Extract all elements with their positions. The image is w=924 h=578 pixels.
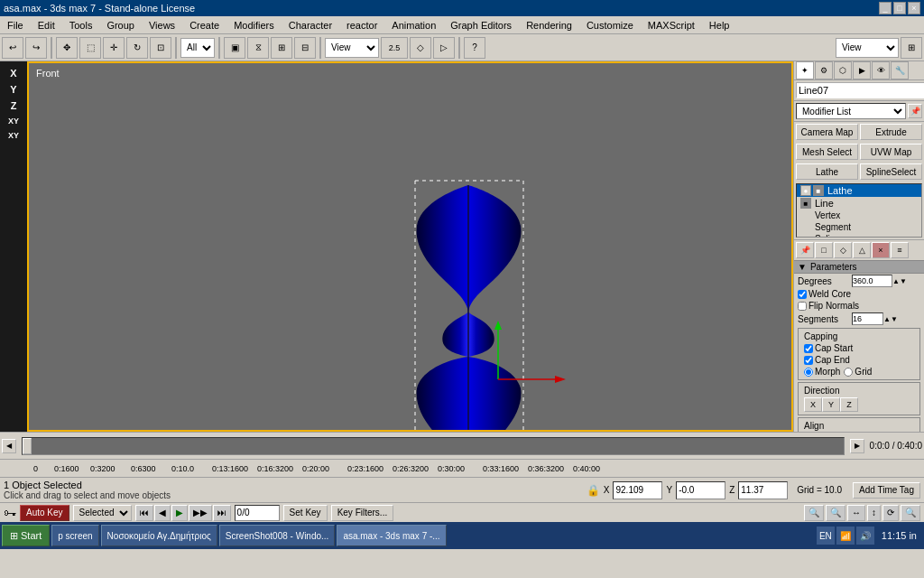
timeline-prev-btn[interactable]: ◀ [2,439,16,453]
move-button[interactable]: ✛ [103,37,125,59]
direction-y-button[interactable]: Y [822,397,840,412]
z-input[interactable] [738,481,788,499]
undo-button[interactable]: ↩ [2,37,23,59]
stack-item-segment[interactable]: Segment [797,221,921,233]
direction-x-button[interactable]: X [804,397,822,412]
modifier-pin-button[interactable]: 📌 [908,104,922,118]
cap-end-checkbox[interactable] [804,356,813,365]
zoom-region-button[interactable]: 🔍 [901,505,920,521]
rpanel-utility-tab[interactable]: 🔧 [891,61,909,79]
menu-graph-editors[interactable]: Graph Editors [443,16,519,33]
redo-button[interactable]: ↪ [25,37,47,59]
material-editor-button[interactable]: ◇ [410,37,431,59]
object-name-input[interactable] [796,82,924,98]
menu-maxscript[interactable]: MAXScript [641,16,702,33]
uvw-map-button[interactable]: UVW Map [860,144,922,160]
stack-show-result-button[interactable]: ◇ [834,242,852,258]
pan-button[interactable]: ↔ [847,505,865,521]
viewport[interactable]: Front [27,61,793,432]
taskbar-item-max[interactable]: asa.max - 3ds max 7 -... [337,525,446,546]
lathe-button[interactable]: Lathe [796,163,858,180]
camera-map-button[interactable]: Camera Map [796,124,858,140]
stack-eye-lathe[interactable]: ● [800,185,811,196]
degrees-input[interactable] [852,275,892,287]
select-button[interactable]: ✥ [56,37,78,59]
array-button[interactable]: ⊞ [271,37,292,59]
params-header[interactable]: ▼ Parameters [794,261,924,274]
weld-core-checkbox[interactable] [798,290,807,299]
tray-lang[interactable]: EN [817,527,835,545]
menu-help[interactable]: Help [702,16,737,33]
menu-animation[interactable]: Animation [384,16,443,33]
render-button[interactable]: ▷ [433,37,455,59]
key-filters-button[interactable]: Key Filters... [331,505,394,521]
flip-normals-checkbox[interactable] [798,302,807,311]
extrude-button[interactable]: Extrude [860,124,922,140]
play-button[interactable]: ▶ [171,505,188,521]
zoom-extents-button[interactable]: 🔍 [804,505,824,521]
auto-key-button[interactable]: Auto Key [20,505,69,521]
play-start-button[interactable]: ⏮ [135,505,153,521]
stack-unique-button[interactable]: △ [853,242,871,258]
taskbar-item-screenshot[interactable]: ScreenShot008 - Windo... [219,525,336,546]
modifier-list-dropdown[interactable]: Modifier List [796,103,906,119]
close-button[interactable]: × [908,2,920,14]
select-region-button[interactable]: ⬚ [79,37,101,59]
stack-item-line[interactable]: ■ Line [797,197,921,210]
maximize-button[interactable]: □ [893,2,906,14]
y-input[interactable] [676,481,725,499]
degrees-spinner[interactable]: ▲▼ [892,277,907,285]
axis-xy[interactable]: XY [6,115,21,127]
stack-configure-button[interactable]: ≡ [891,242,909,258]
menu-character[interactable]: Character [282,16,339,33]
menu-file[interactable]: File [0,16,31,33]
field-of-view-button[interactable]: ⟳ [882,505,899,521]
auto-key-dropdown[interactable]: Selected [73,505,132,521]
play-end-button[interactable]: ⏭ [213,505,231,521]
menu-customize[interactable]: Customize [579,16,641,33]
rpanel-modify-tab[interactable]: ⚙ [815,61,833,79]
rpanel-create-tab[interactable]: ✦ [796,61,814,79]
tray-network[interactable]: 📶 [836,527,855,545]
axis-z[interactable]: Z [9,98,19,113]
menu-rendering[interactable]: Rendering [519,16,579,33]
menu-modifiers[interactable]: Modifiers [226,16,282,33]
menu-edit[interactable]: Edit [31,16,62,33]
axis-xy2[interactable]: XY [6,129,21,142]
view-select-dropdown[interactable]: View [836,38,899,58]
grid-radio[interactable] [844,368,853,377]
timeline-thumb[interactable] [23,438,32,454]
rpanel-hierarchy-tab[interactable]: ⬡ [834,61,852,79]
rpanel-motion-tab[interactable]: ▶ [853,61,871,79]
x-input[interactable] [613,481,662,499]
stack-show-all-button[interactable]: □ [815,242,833,258]
timeline-slider[interactable] [22,437,845,455]
menu-tools[interactable]: Tools [62,16,100,33]
add-time-tag-button[interactable]: Add Time Tag [853,482,920,499]
menu-group[interactable]: Group [99,16,142,33]
segments-input[interactable] [852,312,883,325]
select-all-button[interactable]: ▣ [224,37,245,59]
zoom-extents-all-button[interactable]: 🔍 [826,505,845,521]
segments-spinner[interactable]: ▲▼ [883,315,898,323]
taskbar-item-pscreen[interactable]: p screen [51,525,98,546]
cap-start-checkbox[interactable] [804,344,813,353]
timeline-next-btn[interactable]: ▶ [850,439,864,453]
stack-remove-button[interactable]: × [872,242,890,258]
stack-item-lathe[interactable]: ● ■ Lathe [797,184,921,197]
viewport-config[interactable]: ⊞ [901,37,922,59]
tray-volume[interactable]: 🔊 [856,527,874,545]
align-button[interactable]: ⊟ [294,37,316,59]
axis-x[interactable]: X [8,66,18,80]
help-button[interactable]: ? [464,37,485,59]
spline-select-button[interactable]: SplineSelect [860,163,922,180]
next-frame-button[interactable]: ▶▶ [189,505,212,521]
prev-frame-button[interactable]: ◀ [154,505,171,521]
mesh-select-button[interactable]: Mesh Select [796,144,858,160]
stack-item-vertex[interactable]: Vertex [797,210,921,221]
stack-item-spline[interactable]: Spline [797,233,921,238]
mirror-button[interactable]: ⧖ [247,37,269,59]
minimize-button[interactable]: _ [879,2,892,14]
rpanel-display-tab[interactable]: 👁 [872,61,890,79]
menu-reactor[interactable]: reactor [339,16,384,33]
